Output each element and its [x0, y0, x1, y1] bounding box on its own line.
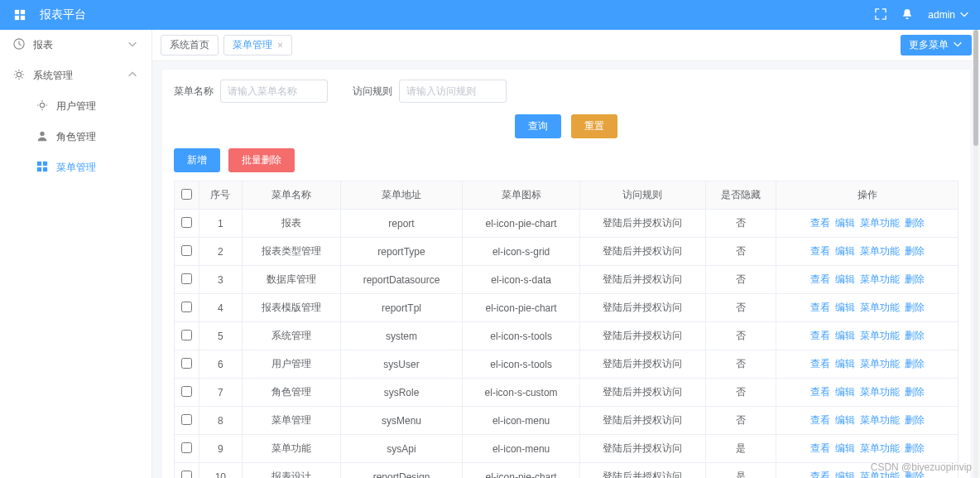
delete-link[interactable]: 删除: [905, 217, 925, 229]
cell-hidden: 否: [706, 350, 776, 379]
reset-button[interactable]: 重置: [571, 114, 617, 138]
tab-menu-manage[interactable]: 菜单管理 ×: [223, 35, 292, 56]
cell-name: 数据库管理: [242, 266, 340, 294]
user-menu[interactable]: admin: [928, 8, 970, 22]
edit-link[interactable]: 编辑: [835, 302, 855, 313]
brand-menu-icon[interactable]: [10, 5, 30, 25]
view-link[interactable]: 查看: [810, 273, 830, 285]
row-checkbox[interactable]: [181, 273, 192, 284]
cell-name: 角色管理: [242, 379, 340, 407]
col-index: 序号: [199, 181, 243, 210]
view-link[interactable]: 查看: [810, 302, 830, 313]
select-all-checkbox[interactable]: [181, 189, 192, 200]
row-checkbox[interactable]: [181, 414, 192, 425]
edit-link[interactable]: 编辑: [835, 330, 855, 341]
close-icon[interactable]: ×: [277, 40, 283, 51]
view-link[interactable]: 查看: [810, 386, 830, 398]
row-checkbox[interactable]: [181, 386, 192, 397]
row-checkbox[interactable]: [181, 442, 192, 453]
cell-name: 系统管理: [242, 322, 340, 350]
edit-link[interactable]: 编辑: [835, 245, 855, 257]
func-link[interactable]: 菜单功能: [860, 386, 900, 398]
view-link[interactable]: 查看: [810, 471, 830, 478]
func-link[interactable]: 菜单功能: [860, 442, 900, 454]
table-row: 2报表类型管理reportTypeel-icon-s-grid登陆后并授权访问否…: [175, 238, 958, 266]
cell-hidden: 否: [706, 379, 776, 407]
table-row: 9菜单功能sysApiel-icon-menu登陆后并授权访问是查看编辑菜单功能…: [175, 435, 958, 463]
sidebar-group-system[interactable]: 系统管理: [0, 60, 151, 91]
cell-icon: el-icon-s-tools: [463, 350, 579, 379]
edit-link[interactable]: 编辑: [835, 442, 855, 454]
delete-link[interactable]: 删除: [905, 358, 925, 369]
view-link[interactable]: 查看: [810, 414, 830, 426]
func-link[interactable]: 菜单功能: [860, 330, 900, 341]
cell-addr: reportType: [340, 238, 463, 266]
delete-link[interactable]: 删除: [905, 442, 925, 454]
cell-ops: 查看编辑菜单功能删除: [776, 210, 958, 238]
delete-link[interactable]: 删除: [905, 302, 925, 313]
delete-link[interactable]: 删除: [905, 471, 925, 478]
row-checkbox[interactable]: [181, 330, 192, 340]
func-link[interactable]: 菜单功能: [860, 471, 900, 478]
func-link[interactable]: 菜单功能: [860, 358, 900, 369]
view-link[interactable]: 查看: [810, 217, 830, 229]
tabs-bar: 系统首页 菜单管理 × 更多菜单: [152, 30, 980, 61]
sidebar-item-roles[interactable]: 角色管理: [0, 122, 151, 152]
search-form: 菜单名称 访问规则: [174, 80, 958, 103]
svg-point-5: [17, 72, 21, 76]
row-checkbox[interactable]: [181, 358, 192, 369]
delete-link[interactable]: 删除: [905, 273, 925, 285]
sidebar-item-menus[interactable]: 菜单管理: [0, 152, 151, 183]
menu-name-input[interactable]: [220, 80, 328, 103]
table-row: 5系统管理systemel-icon-s-tools登陆后并授权访问否查看编辑菜…: [175, 322, 958, 350]
func-link[interactable]: 菜单功能: [860, 302, 900, 313]
delete-link[interactable]: 删除: [905, 330, 925, 341]
row-checkbox[interactable]: [181, 245, 192, 256]
delete-link[interactable]: 删除: [905, 414, 925, 426]
edit-link[interactable]: 编辑: [835, 414, 855, 426]
row-checkbox[interactable]: [181, 471, 192, 479]
func-link[interactable]: 菜单功能: [860, 414, 900, 426]
query-button[interactable]: 查询: [515, 114, 561, 138]
add-button[interactable]: 新增: [174, 148, 220, 172]
sidebar-group-report[interactable]: 报表: [0, 30, 151, 60]
cell-rule: 登陆后并授权访问: [579, 238, 705, 266]
delete-link[interactable]: 删除: [905, 245, 925, 257]
edit-link[interactable]: 编辑: [835, 358, 855, 369]
view-link[interactable]: 查看: [810, 358, 830, 369]
table-row: 3数据库管理reportDatasourceel-icon-s-data登陆后并…: [175, 266, 958, 294]
cell-index: 10: [199, 463, 243, 479]
sidebar-item-label: 角色管理: [56, 130, 96, 144]
sidebar-item-users[interactable]: 用户管理: [0, 91, 151, 122]
clock-icon: [13, 38, 25, 52]
svg-rect-0: [15, 10, 19, 14]
access-rule-input[interactable]: [399, 80, 507, 103]
batch-delete-button[interactable]: 批量删除: [228, 148, 295, 172]
vertical-scrollbar[interactable]: [973, 30, 978, 478]
tab-home[interactable]: 系统首页: [161, 35, 219, 56]
fullscreen-icon[interactable]: [875, 8, 886, 22]
edit-link[interactable]: 编辑: [835, 273, 855, 285]
cell-rule: 登陆后并授权访问: [579, 210, 705, 238]
more-menu-button[interactable]: 更多菜单: [901, 35, 972, 56]
func-link[interactable]: 菜单功能: [860, 217, 900, 229]
cell-icon: el-icon-s-custom: [463, 379, 579, 407]
row-checkbox[interactable]: [181, 217, 192, 228]
svg-rect-10: [37, 167, 41, 171]
bell-icon[interactable]: [901, 8, 913, 22]
cell-icon: el-icon-s-grid: [463, 238, 579, 266]
view-link[interactable]: 查看: [810, 330, 830, 341]
view-link[interactable]: 查看: [810, 442, 830, 454]
view-link[interactable]: 查看: [810, 245, 830, 257]
func-link[interactable]: 菜单功能: [860, 273, 900, 285]
row-checkbox[interactable]: [181, 302, 192, 312]
edit-link[interactable]: 编辑: [835, 386, 855, 398]
cell-hidden: 否: [706, 294, 776, 322]
delete-link[interactable]: 删除: [905, 386, 925, 398]
func-link[interactable]: 菜单功能: [860, 245, 900, 257]
col-ops: 操作: [776, 181, 958, 210]
svg-point-6: [40, 103, 44, 107]
edit-link[interactable]: 编辑: [835, 471, 855, 478]
edit-link[interactable]: 编辑: [835, 217, 855, 229]
cell-index: 3: [199, 266, 243, 294]
